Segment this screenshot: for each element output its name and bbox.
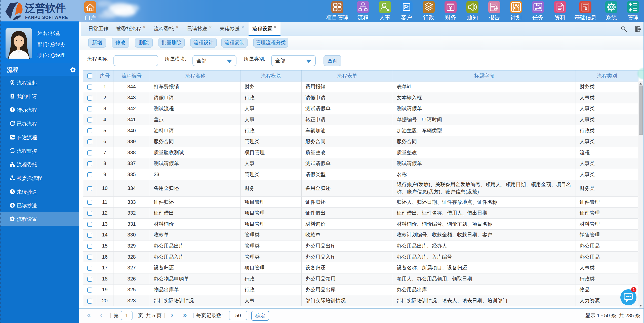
svg-text:G+: G+ bbox=[11, 136, 15, 139]
